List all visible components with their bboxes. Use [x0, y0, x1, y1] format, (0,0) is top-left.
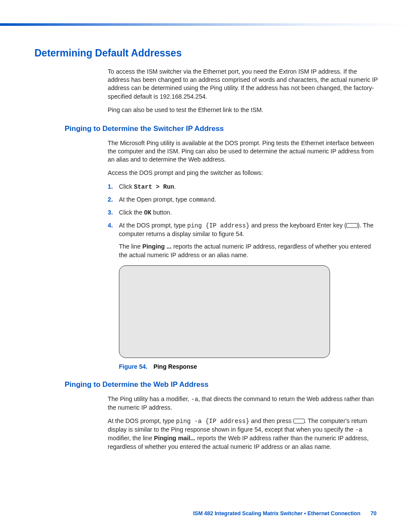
step-code: command — [189, 196, 215, 203]
content-area: Determining Default Addresses To access … — [34, 47, 379, 456]
step-text-post: . — [174, 183, 176, 190]
section1-block: The Microsoft Ping utility is available … — [108, 139, 379, 370]
step-code: OK — [144, 209, 151, 216]
step-code: ping {IP address} — [187, 222, 250, 229]
step-body: Click the OK button. — [119, 208, 379, 217]
p1-pre: The Ping utility has a modifier, — [108, 395, 191, 402]
intro-paragraph-1: To access the ISM switcher via the Ether… — [108, 68, 379, 101]
heading-main: Determining Default Addresses — [34, 47, 379, 59]
step-code: Start > Run — [134, 184, 174, 190]
page-footer: ISM 482 Integrated Scaling Matrix Switch… — [193, 510, 377, 516]
section1-note: The line Pinging ... reports the actual … — [119, 243, 379, 259]
p1-code: -a — [191, 396, 198, 403]
step-text-post: button. — [151, 209, 171, 216]
note-bold: Pinging ... — [142, 243, 171, 250]
p2-code1: ping -a {IP address} — [176, 418, 249, 425]
footer-doc-title: ISM 482 Integrated Scaling Matrix Switch… — [193, 510, 360, 516]
p2-mid1: and then press — [249, 417, 293, 424]
section2-paragraph-1: The Ping utility has a modifier, -a, tha… — [108, 395, 379, 412]
section1-paragraph-1: The Microsoft Ping utility is available … — [108, 139, 379, 164]
p2-bold: Pinging mail... — [154, 435, 195, 442]
section2-paragraph-2: At the DOS prompt, type ping -a {IP addr… — [108, 417, 379, 451]
step-text-mid: and press the keyboard Enter key ( — [249, 222, 346, 229]
step-number: 3. — [108, 208, 119, 217]
section2-block: The Ping utility has a modifier, -a, tha… — [108, 395, 379, 451]
steps-list: 1. Click Start > Run. 2. At the Open pro… — [108, 183, 379, 239]
p2-mid3: modifier, the line — [108, 435, 154, 442]
figure-title: Ping Response — [153, 363, 197, 370]
step-1: 1. Click Start > Run. — [108, 183, 379, 191]
page: Determining Default Addresses To access … — [0, 0, 411, 532]
step-number: 2. — [108, 196, 119, 204]
step-text-pre: At the Open prompt, type — [119, 196, 189, 203]
step-number: 1. — [108, 183, 119, 191]
enter-key-icon — [293, 419, 305, 423]
heading-sub-2: Pinging to Determine the Web IP Address — [65, 380, 379, 389]
intro-block: To access the ISM switcher via the Ether… — [108, 68, 379, 114]
step-number: 4. — [108, 221, 119, 238]
step-text-pre: Click the — [119, 209, 144, 216]
p2-code2: -a — [355, 426, 362, 433]
step-2: 2. At the Open prompt, type command. — [108, 196, 379, 204]
figure-label: Figure 54. — [119, 363, 147, 370]
enter-key-icon — [346, 223, 358, 228]
heading-sub-1: Pinging to Determine the Switcher IP Add… — [65, 124, 379, 133]
note-pre: The line — [119, 243, 142, 250]
step-body: At the DOS prompt, type ping {IP address… — [119, 221, 379, 238]
figure-54-placeholder — [119, 265, 330, 358]
step-text-post: . — [215, 196, 216, 203]
p2-pre: At the DOS prompt, type — [108, 417, 176, 424]
intro-paragraph-2: Ping can also be used to test the Ethern… — [108, 106, 379, 114]
footer-page-number: 70 — [371, 510, 377, 516]
figure-54-caption: Figure 54.Ping Response — [119, 363, 379, 370]
step-body: Click Start > Run. — [119, 183, 379, 191]
step-text-pre: At the DOS prompt, type — [119, 222, 187, 229]
step-text-pre: Click — [119, 183, 134, 190]
header-gradient-bar — [0, 23, 411, 26]
section1-paragraph-2: Access the DOS prompt and ping the switc… — [108, 169, 379, 177]
step-3: 3. Click the OK button. — [108, 208, 379, 217]
step-body: At the Open prompt, type command. — [119, 196, 379, 204]
step-4: 4. At the DOS prompt, type ping {IP addr… — [108, 221, 379, 238]
